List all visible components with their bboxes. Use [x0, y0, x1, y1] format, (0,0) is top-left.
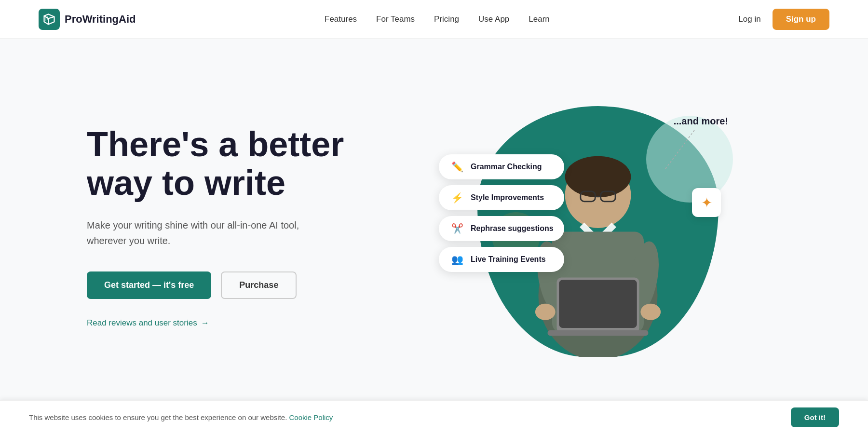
login-link[interactable]: Log in: [738, 14, 760, 24]
feature-pills: ✏️ Grammar Checking ⚡ Style Improvements…: [439, 154, 564, 272]
feature-pill-grammar: ✏️ Grammar Checking: [439, 154, 564, 179]
signup-button[interactable]: Sign up: [773, 9, 829, 30]
cookie-message: This website uses cookies to ensure you …: [29, 413, 287, 421]
grammar-icon: ✏️: [449, 161, 465, 173]
purchase-button[interactable]: Purchase: [221, 271, 297, 299]
nav-pricing[interactable]: Pricing: [434, 14, 459, 24]
logo[interactable]: ProWritingAid: [39, 9, 136, 30]
star-icon: ✦: [701, 195, 712, 211]
feature-pill-training: 👥 Live Training Events: [439, 247, 564, 272]
cookie-accept-button[interactable]: Got it!: [791, 407, 839, 427]
hero-section: There's a better way to write Make your …: [0, 39, 868, 415]
logo-icon: [39, 9, 60, 30]
nav-for-teams[interactable]: For Teams: [376, 14, 415, 24]
nav-features[interactable]: Features: [325, 14, 357, 24]
rephrase-label: Rephrase suggestions: [471, 224, 554, 233]
nav-links: Features For Teams Pricing Use App Learn: [325, 14, 550, 24]
hero-buttons: Get started — it's free Purchase: [87, 271, 415, 299]
arrow-icon: →: [201, 318, 209, 328]
rephrase-icon: ✂️: [449, 223, 465, 234]
nav-actions: Log in Sign up: [738, 9, 829, 30]
hero-title-line2: way to write: [87, 163, 285, 202]
nav-use-app[interactable]: Use App: [478, 14, 509, 24]
svg-rect-12: [559, 280, 637, 328]
logo-svg: [42, 13, 56, 26]
svg-rect-13: [548, 330, 649, 336]
feature-pill-rephrase: ✂️ Rephrase suggestions: [439, 216, 564, 241]
hero-title: There's a better way to write: [87, 125, 415, 202]
cookie-text: This website uses cookies to ensure you …: [29, 413, 333, 421]
reviews-link-text: Read reviews and user stories: [87, 318, 197, 328]
feature-pill-style: ⚡ Style Improvements: [439, 185, 564, 210]
hero-subtitle: Make your writing shine with our all-in-…: [87, 217, 338, 248]
cookie-banner: This website uses cookies to ensure you …: [0, 400, 868, 434]
svg-point-10: [640, 304, 661, 320]
training-icon: 👥: [449, 254, 465, 265]
hero-illustration-area: ✏️ Grammar Checking ⚡ Style Improvements…: [415, 82, 781, 371]
nav-learn[interactable]: Learn: [529, 14, 549, 24]
get-started-button[interactable]: Get started — it's free: [87, 271, 211, 299]
svg-point-2: [565, 156, 631, 198]
hero-content: There's a better way to write Make your …: [87, 125, 415, 327]
hero-illustration: ✏️ Grammar Checking ⚡ Style Improvements…: [448, 87, 747, 366]
navbar: ProWritingAid Features For Teams Pricing…: [0, 0, 868, 39]
and-more-label: ...and more!: [674, 116, 728, 127]
style-label: Style Improvements: [471, 193, 544, 202]
style-icon: ⚡: [449, 192, 465, 203]
deco-dots-svg: [661, 125, 699, 174]
star-decoration: ✦: [692, 188, 721, 217]
reviews-link[interactable]: Read reviews and user stories →: [87, 318, 415, 328]
training-label: Live Training Events: [471, 255, 546, 264]
hero-title-line1: There's a better: [87, 125, 344, 163]
cookie-policy-link[interactable]: Cookie Policy: [289, 413, 333, 421]
brand-name: ProWritingAid: [65, 13, 136, 26]
svg-point-9: [535, 304, 556, 320]
grammar-label: Grammar Checking: [471, 163, 542, 171]
